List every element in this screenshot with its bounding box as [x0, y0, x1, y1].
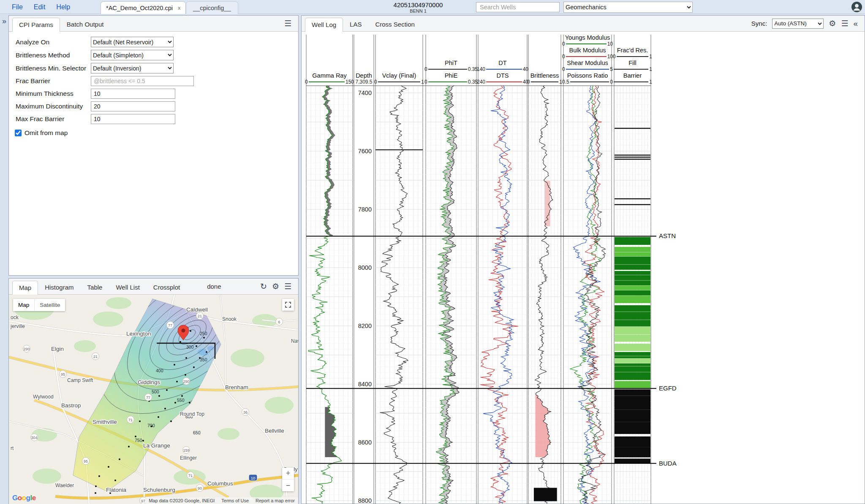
svg-text:21: 21 [198, 314, 202, 318]
track-header-phi[interactable]: PhiT00.35PhiE00.35 [424, 60, 478, 85]
dt-curve [483, 86, 514, 504]
param-input-maximum-discontinuity[interactable] [91, 101, 175, 111]
param-label-brittleness-method: Brittleness Method [16, 51, 91, 59]
track-header-gr[interactable]: Gamma Ray0150 [305, 72, 354, 85]
params-tabstrip: CPI ParamsBatch Output ☰ [9, 16, 298, 32]
curve-name-gamma-ray: Gamma Ray [305, 72, 354, 79]
tab-cpi-params[interactable]: CPI Params [12, 18, 60, 32]
curve-scale-gamma-ray: 0150 [305, 79, 354, 85]
omit-from-map-checkbox[interactable] [15, 130, 22, 136]
map-type-satellite-button[interactable]: Satellite [34, 299, 65, 311]
user-account-icon[interactable] [851, 1, 862, 13]
module-select[interactable]: Geomechanics [563, 2, 693, 13]
config-tab[interactable]: __cpiconfig__ [186, 1, 238, 14]
tab-crossplot[interactable]: Crossplot [147, 280, 187, 294]
search-wells-input[interactable] [476, 2, 560, 12]
map-town-label: Elgin [51, 346, 64, 352]
refresh-icon[interactable]: ↻ [260, 282, 267, 290]
zoom-in-button[interactable]: + [282, 468, 294, 480]
map-town-label: Bellville [265, 428, 284, 434]
road-shield: 71 [127, 416, 134, 423]
map-settings-icon[interactable]: ⚙ [272, 282, 279, 290]
svg-text:95: 95 [61, 372, 65, 377]
map-data-credit: Map data ©2020 Google, INEGI [149, 498, 215, 503]
road-shield: 304 [31, 434, 38, 441]
document-tab-close-icon[interactable]: x [178, 5, 181, 11]
menu-edit[interactable]: Edit [34, 3, 46, 11]
zoom-out-button[interactable]: − [282, 480, 294, 491]
svg-text:71: 71 [128, 418, 133, 422]
curve-name-phie: PhiE [424, 72, 478, 79]
curve-scale-phie: 00.35 [424, 79, 478, 85]
curve-name-frac-d-res: Frac'd Res. [613, 47, 652, 54]
log-track-headers: Gamma Ray0150Depth7,309.5Vclay (Final)01… [302, 32, 865, 86]
map-type-map-button[interactable]: Map [13, 299, 34, 311]
tab-table[interactable]: Table [81, 280, 109, 294]
document-tab-label: *AC_Demo_Oct2020.cpi [106, 5, 173, 11]
param-select-brittleness-min-selector[interactable]: Default (Inversion) [91, 63, 174, 73]
svg-text:750: 750 [135, 438, 142, 443]
cpi-params-panel: CPI ParamsBatch Output ☰ Analyze OnDefau… [8, 15, 299, 276]
log-menu-icon[interactable]: ☰ [841, 19, 848, 27]
collapse-right-panel-icon[interactable]: « [853, 19, 858, 27]
document-tab[interactable]: *AC_Demo_Oct2020.cpi x [101, 1, 186, 14]
road-shield: 290 [23, 345, 30, 352]
curve-name-brittleness: Brittleness [527, 72, 562, 79]
expand-left-panel-icon[interactable]: » [2, 17, 6, 26]
param-label-maximum-discontinuity: Maximum Discontinuity [16, 103, 91, 110]
track-header-dt[interactable]: DT14040DTS24040 [477, 60, 528, 85]
svg-text:500: 500 [152, 389, 159, 394]
tab-map[interactable]: Map [12, 281, 38, 295]
curve-scale-fill: 1 [613, 66, 652, 72]
map-town-label: Giddings [138, 379, 160, 385]
menu-file[interactable]: File [12, 3, 23, 11]
track-header-vclay[interactable]: Vclay (Final)01 [374, 72, 424, 85]
tab-batch-output[interactable]: Batch Output [60, 17, 111, 31]
param-label-minimum-thickness: Minimum Thickness [16, 90, 91, 98]
track-header-mech[interactable]: Youngs Modulus010Bulk Modulus010Shear Mo… [562, 34, 613, 85]
road-shield: 21 [92, 353, 99, 360]
menu-help[interactable]: Help [56, 3, 70, 11]
map-town-label: Camp Swift [67, 377, 93, 383]
map-attribution: Map data ©2020 Google, INEGI Terms of Us… [145, 497, 298, 504]
param-input-minimum-thickness[interactable] [91, 89, 175, 99]
map-town-label: La Grange [143, 442, 170, 449]
map-menu-icon[interactable]: ☰ [284, 282, 291, 290]
map-canvas: 200250300350400500550600650700750Caldwel… [9, 295, 298, 504]
params-form: Analyze OnDefault (Net Reservoir)Brittle… [9, 37, 298, 124]
tab-las[interactable]: LAS [343, 17, 368, 31]
svg-text:700: 700 [147, 423, 155, 428]
map-town-label: Lexington [126, 331, 151, 337]
tab-well-log[interactable]: Well Log [305, 18, 343, 32]
svg-text:400: 400 [156, 368, 163, 373]
log-settings-icon[interactable]: ⚙ [829, 19, 836, 27]
well-id: 42051304970000 [372, 1, 465, 8]
curve-name-shear-modulus: Shear Modulus [562, 60, 613, 66]
terms-of-use-link[interactable]: Terms of Use [221, 498, 249, 503]
track-header-depth[interactable]: Depth7,309.5 [353, 72, 375, 85]
sync-select[interactable]: Auto (ASTN) [772, 19, 824, 29]
tab-histogram[interactable]: Histogram [38, 280, 80, 294]
map-town-label: ock [11, 314, 19, 320]
google-map[interactable]: 200250300350400500550600650700750Caldwel… [9, 295, 298, 504]
params-menu-icon[interactable]: ☰ [284, 19, 291, 27]
param-select-brittleness-method[interactable]: Default (Simpleton) [91, 50, 174, 60]
svg-text:550: 550 [177, 398, 185, 403]
curve-scale-youngs-modulus: 010 [562, 41, 613, 47]
svg-text:290: 290 [183, 379, 189, 384]
map-fullscreen-button[interactable] [282, 299, 294, 311]
param-input-max-frac-barrier[interactable] [91, 114, 175, 124]
track-header-frac[interactable]: Frac'd Res.01Fill1Barrier1 [613, 47, 652, 85]
param-select-analyze-on[interactable]: Default (Net Reservoir) [91, 37, 174, 47]
curve-name-bulk-modulus: Bulk Modulus [562, 47, 613, 54]
svg-text:159: 159 [183, 448, 189, 453]
track-header-britt[interactable]: Brittleness01 [527, 72, 562, 85]
report-error-link[interactable]: Report a map error [256, 498, 295, 503]
log-canvas: 74007600780080008200840086008800ASTNEGFD… [302, 32, 865, 504]
tab-well-list[interactable]: Well List [109, 280, 146, 294]
curve-name-poissons-ratio: Poissons Ratio [562, 72, 613, 79]
param-input-frac-barrier[interactable] [91, 76, 194, 86]
tab-cross-section[interactable]: Cross Section [368, 17, 421, 31]
curve-name-phit: PhiT [424, 60, 478, 66]
svg-text:650: 650 [193, 430, 201, 435]
